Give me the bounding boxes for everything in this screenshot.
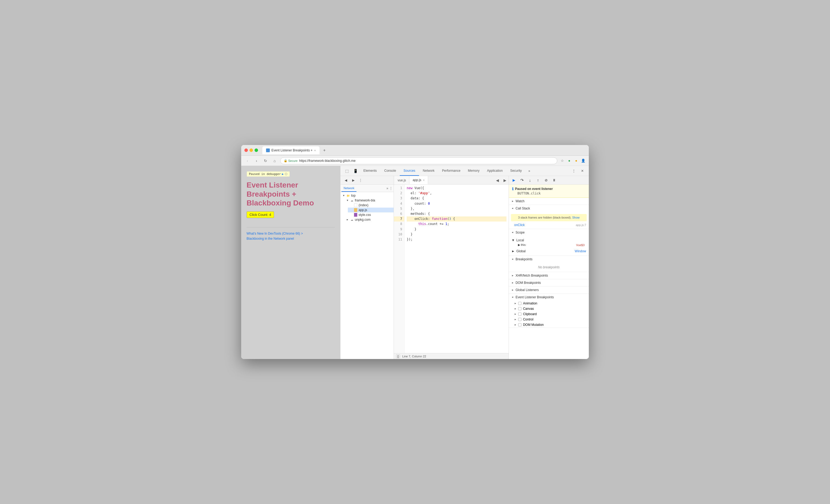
step-out-button[interactable]: ↑ (535, 177, 541, 184)
file-tree-nav-back[interactable]: ◀ (343, 177, 349, 184)
editor-nav-back[interactable]: ◀ (493, 176, 501, 184)
el-bp-animation-checkbox[interactable] (518, 302, 521, 305)
tab-security[interactable]: Security (506, 166, 525, 176)
el-bp-canvas[interactable]: ► Canvas (509, 306, 589, 311)
code-line-2: el: '#app', (407, 191, 506, 196)
browser-tab[interactable]: Event Listener Breakpoints + × (262, 146, 320, 154)
new-tab-button[interactable]: + (321, 147, 328, 154)
editor-nav-forward[interactable]: ▶ (501, 176, 509, 184)
scope-local-header[interactable]: ▼ Local (512, 238, 586, 243)
callstack-item-onclick[interactable]: onClick app.js:7 (509, 222, 589, 228)
global-listeners-header[interactable]: ► Global Listeners (509, 286, 589, 293)
account-icon[interactable]: 👤 (580, 158, 586, 164)
maximize-button[interactable] (255, 149, 258, 152)
extension-icon-orange[interactable]: ● (573, 158, 579, 164)
ft-tab-network[interactable]: Network (342, 185, 356, 192)
inspect-element-button[interactable]: ⬚ (343, 166, 351, 176)
resume-button[interactable]: ▶ (510, 177, 517, 184)
tab-console[interactable]: Console (381, 166, 400, 176)
el-bp-canvas-checkbox[interactable] (518, 307, 521, 310)
link-blackboxing[interactable]: Blackboxing in the Network panel (247, 237, 294, 241)
pause-on-exception-button[interactable]: ⏸ (550, 177, 557, 184)
tree-item-stylecss[interactable]: style.css (348, 212, 393, 217)
debugger-content: ℹ Paused on event listener BUTTON.click … (509, 185, 589, 359)
editor-tab-vuejs[interactable]: vue.js (394, 176, 409, 184)
step-into-button[interactable]: ↓ (526, 177, 534, 184)
refresh-button[interactable]: ↻ (262, 157, 269, 164)
tree-item-framework[interactable]: ▼ ☁ framework-bla (344, 198, 393, 203)
tab-sources[interactable]: Sources (400, 166, 419, 176)
address-input[interactable]: 🔒 Secure https://framework-blackboxing.g… (280, 157, 557, 164)
tab-application[interactable]: Application (483, 166, 506, 176)
file-tree-more[interactable]: ⋮ (357, 177, 363, 183)
secure-badge: 🔒 Secure (284, 159, 298, 162)
editor-tab-close-icon[interactable]: × (423, 179, 424, 182)
tree-item-appjs[interactable]: app.js (348, 208, 393, 212)
cloud-icon-unpkg: ☁ (350, 218, 354, 221)
back-button[interactable]: ‹ (244, 157, 251, 164)
code-content[interactable]: new Vue({ el: '#app', data: { count: (405, 185, 509, 353)
record-icon: ⬡ (285, 172, 287, 176)
el-bp-animation[interactable]: ► Animation (509, 301, 589, 306)
devtools-menu-button[interactable]: ⋮ (570, 166, 578, 176)
el-bp-clipboard[interactable]: ► Clipboard (509, 311, 589, 317)
address-bar: ‹ › ↻ ⌂ 🔒 Secure https://framework-black… (241, 156, 589, 166)
file-tree-tabs: Network » ⋮ (341, 185, 393, 192)
tab-elements[interactable]: Elements (360, 166, 381, 176)
ft-tabs-more[interactable]: » (386, 186, 388, 190)
click-count-button[interactable]: Click Count: 4 (247, 211, 274, 218)
tab-close-icon[interactable]: × (314, 149, 316, 152)
devtools-close-button[interactable]: × (578, 166, 587, 176)
scope-global-header[interactable]: ► Global Window (512, 249, 586, 254)
watch-label: Watch (515, 199, 524, 203)
code-line-7: onClick: function() { (407, 216, 506, 221)
dom-breakpoints-header[interactable]: ► DOM Breakpoints (509, 279, 589, 286)
link-whats-new[interactable]: What's New In DevTools (Chrome 66) > (247, 232, 303, 235)
close-button[interactable] (245, 149, 248, 152)
home-button[interactable]: ⌂ (271, 157, 278, 164)
minimize-button[interactable] (250, 149, 253, 152)
ln-9: 9 (394, 227, 404, 232)
scope-header[interactable]: ▼ Scope (509, 229, 589, 236)
xhr-breakpoints-header[interactable]: ► XHR/fetch Breakpoints (509, 272, 589, 279)
breakpoints-empty-text: No breakpoints (538, 265, 560, 269)
editor-tab-appjs[interactable]: app.js × (409, 176, 428, 184)
breakpoints-header[interactable]: ▼ Breakpoints (509, 256, 589, 263)
tree-item-unpkg[interactable]: ► ☁ unpkg.com (344, 217, 393, 222)
watch-header[interactable]: ► Watch (509, 198, 589, 204)
file-tree-nav-forward[interactable]: ▶ (350, 177, 356, 184)
el-bp-dom-mutation-checkbox[interactable] (518, 323, 521, 326)
file-tree-content: ▼ 📁 top ▼ ☁ framework-bla (341, 192, 393, 359)
forward-button[interactable]: › (253, 157, 260, 164)
tree-item-index[interactable]: (index) (348, 203, 393, 208)
extension-icon-green[interactable]: ● (566, 158, 572, 164)
el-bp-control-checkbox[interactable] (518, 318, 521, 321)
code-line-10: } (407, 232, 506, 237)
el-breakpoints-header[interactable]: ▼ Event Listener Breakpoints (509, 294, 589, 301)
global-listeners-arrow: ► (512, 289, 514, 291)
callstack-header[interactable]: ▼ Call Stack (509, 205, 589, 212)
el-bp-dom-mutation[interactable]: ► DOM Mutation (509, 322, 589, 327)
callstack-show-link[interactable]: Show (572, 216, 580, 219)
tree-label-top: top (351, 194, 356, 197)
tree-item-top[interactable]: ▼ 📁 top (341, 193, 393, 198)
tab-spacer (533, 166, 570, 176)
step-over-button[interactable]: ↷ (518, 177, 525, 184)
device-toolbar-button[interactable]: 📱 (351, 166, 360, 176)
address-url: https://framework-blackboxing.glitch.me (299, 159, 356, 163)
callstack-fn-name: onClick (514, 223, 524, 227)
section-breakpoints: ▼ Breakpoints No breakpoints (509, 256, 589, 272)
el-bp-dom-mutation-arrow: ► (514, 323, 517, 326)
tab-performance[interactable]: Performance (438, 166, 464, 176)
deactivate-button[interactable]: ⊘ (543, 177, 549, 184)
bookmark-icon[interactable]: ☆ (560, 158, 565, 164)
el-bp-dom-mutation-label: DOM Mutation (523, 323, 544, 327)
ft-tabs-menu[interactable]: ⋮ (389, 186, 392, 190)
play-icon: ▶ (282, 172, 284, 176)
tab-memory[interactable]: Memory (464, 166, 483, 176)
el-bp-clipboard-checkbox[interactable] (518, 312, 521, 316)
pretty-print-button[interactable]: {} (396, 354, 400, 358)
more-tabs-button[interactable]: » (525, 166, 533, 176)
el-bp-control[interactable]: ► Control (509, 317, 589, 322)
tab-network[interactable]: Network (419, 166, 438, 176)
